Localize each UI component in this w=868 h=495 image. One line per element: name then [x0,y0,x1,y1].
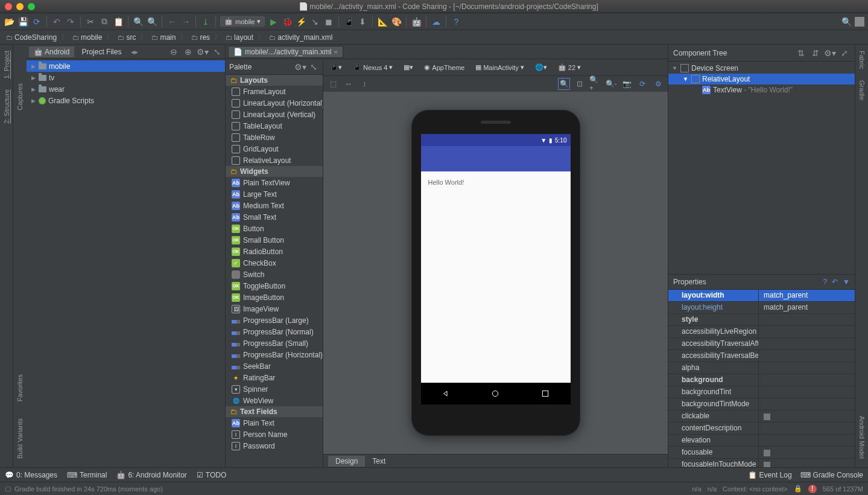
palette-item[interactable]: LinearLayout (Horizontal) [226,97,323,109]
design-canvas[interactable]: ▼ ▮ 5:10 Hello World! [323,92,668,454]
terminal-tool[interactable]: ⌨Terminal [67,471,107,479]
property-row[interactable]: focusable [668,447,855,459]
expand-arrow-icon[interactable]: ▼ [672,65,678,71]
palette-item[interactable]: OKImageButton [226,292,323,303]
collapse-icon[interactable]: ⊖ [168,46,179,57]
refresh-icon[interactable]: ⟳ [636,78,648,90]
android-monitor-tool[interactable]: 🤖6: Android Monitor [116,471,186,479]
event-log-tool[interactable]: 📋Event Log [748,471,792,479]
expand-arrow-icon[interactable] [668,423,677,434]
palette-item[interactable]: OKSmall Button [226,234,323,246]
find-icon[interactable]: 🔍 [133,16,144,27]
run-config-dropdown[interactable]: 🤖 mobile ▾ [220,16,265,27]
breadcrumb-item[interactable]: 🗀activity_main.xml [267,33,335,42]
stop-icon[interactable]: ◼ [323,16,334,27]
minimize-window-button[interactable] [16,3,24,10]
expand-arrow-icon[interactable] [668,410,677,422]
error-badge-icon[interactable]: ! [808,485,817,493]
cloud-icon[interactable]: ☁ [431,16,442,27]
make-icon[interactable]: ⤓ [200,16,211,27]
back-icon[interactable]: ← [166,16,177,27]
save-icon[interactable]: 💾 [17,16,28,27]
project-tree-item[interactable]: ▶wear [27,83,225,95]
settings-icon[interactable]: ⚙ [652,78,664,90]
property-row[interactable]: alpha [668,362,855,374]
gear-icon[interactable]: ⚙▾ [825,48,835,59]
expand-arrow-icon[interactable] [668,386,677,398]
copy-icon[interactable]: ⧉ [99,16,110,27]
project-tree-item[interactable]: ▶tv [27,72,225,83]
component-tree-item[interactable]: AbTextView - "Hello World!" [668,85,855,95]
properties-table[interactable]: layout:widthmatch_parentlayout:heightmat… [668,290,855,467]
favorites-tool-tab[interactable]: Favorites [15,372,25,404]
expand-arrow-icon[interactable] [668,338,677,350]
expand-arrow-icon[interactable] [668,290,677,301]
property-row[interactable]: accessibilityTraversalAfter [668,338,855,350]
project-tree[interactable]: ▶mobile▶tv▶wear▶Gradle Scripts [27,59,225,467]
locale-dropdown[interactable]: 🌐▾ [532,62,550,72]
structure-tool-tab[interactable]: 2: Structure [2,87,11,126]
checkbox-icon[interactable] [764,450,770,456]
property-row[interactable]: style [668,314,855,326]
zoom-out-icon[interactable]: 🔍- [605,78,617,90]
select-icon[interactable]: ⬚ [327,78,339,90]
palette-item[interactable]: AbMedium Text [226,200,323,211]
property-row[interactable]: backgroundTintMode [668,398,855,410]
palette-item[interactable]: 🖼ImageView [226,303,323,315]
breadcrumb-item[interactable]: 🗀layout [223,33,256,42]
avd-icon[interactable]: 📱 [343,16,354,27]
project-files-tab[interactable]: Project Files [77,46,126,57]
palette-item[interactable]: IPassword [226,440,323,452]
palette-category[interactable]: 🗀 Text Fields [226,406,323,417]
palette-item[interactable]: AbLarge Text [226,188,323,200]
hide-icon[interactable]: ⤡ [212,46,223,57]
sdk-icon[interactable]: ⬇ [357,16,368,27]
android-model-tool-tab[interactable]: Android Model [857,414,867,461]
pan-icon[interactable]: ↔ [343,78,355,90]
zoom-in-icon[interactable]: 🔍+ [589,78,601,90]
theme-dropdown[interactable]: ◉ AppTheme [421,62,467,72]
screenshot-icon[interactable]: 📷 [621,78,633,90]
expand-arrow-icon[interactable] [668,302,677,313]
palette-item[interactable]: 🌐WebView [226,395,323,406]
profile-icon[interactable]: ⚡ [296,16,306,27]
close-window-button[interactable] [5,3,12,10]
expand-arrow-icon[interactable] [668,374,677,386]
account-icon[interactable] [855,17,864,27]
property-row[interactable]: backgroundTint [668,386,855,398]
palette-item[interactable]: ✓CheckBox [226,257,323,269]
palette-item[interactable]: ProgressBar (Large) [226,315,323,326]
palette-item[interactable]: TableLayout [226,120,323,132]
status-context[interactable]: Context: <no context> [723,485,788,493]
collapse-all-icon[interactable]: ⇵ [810,48,821,59]
forward-icon[interactable]: → [180,16,191,27]
property-row[interactable]: accessibilityLiveRegion [668,326,855,338]
help-icon[interactable]: ? [451,16,461,27]
search-icon[interactable]: 🔍 [841,16,852,27]
build-variants-tool-tab[interactable]: Build Variants [15,416,25,461]
attach-icon[interactable]: ↘ [309,16,320,27]
text-tab[interactable]: Text [365,456,393,467]
todo-tool[interactable]: ☑TODO [197,471,226,479]
project-tree-item[interactable]: ▶Gradle Scripts [27,95,225,106]
palette-item[interactable]: ProgressBar (Small) [226,337,323,349]
debug-icon[interactable]: 🐞 [282,16,293,27]
maximize-window-button[interactable] [28,3,35,10]
redo-icon[interactable]: ↷ [65,16,76,27]
expand-icon[interactable]: ⇅ [796,48,806,59]
messages-tool[interactable]: 💬0: Messages [5,471,57,479]
palette-category[interactable]: 🗀 Widgets [226,166,323,177]
breadcrumb-item[interactable]: 🗀mobile [70,33,104,42]
gear-icon[interactable]: ⚙▾ [197,46,208,57]
android-tab[interactable]: 🤖 Android [29,46,74,57]
palette-item[interactable]: OKToggleButton [226,280,323,292]
palette-list[interactable]: 🗀 LayoutsFrameLayoutLinearLayout (Horizo… [226,75,323,467]
sync-icon[interactable]: ⟳ [31,16,42,27]
design-tab[interactable]: Design [328,456,365,467]
activity-dropdown[interactable]: ▦ MainActivity▾ [472,62,527,72]
palette-item[interactable]: OKButton [226,223,323,234]
fabric-tool-tab[interactable]: Fabric [857,48,867,72]
expand-arrow-icon[interactable]: ▶ [30,86,36,92]
property-row[interactable]: elevation [668,435,855,447]
theme-icon[interactable]: 🎨 [391,16,402,27]
